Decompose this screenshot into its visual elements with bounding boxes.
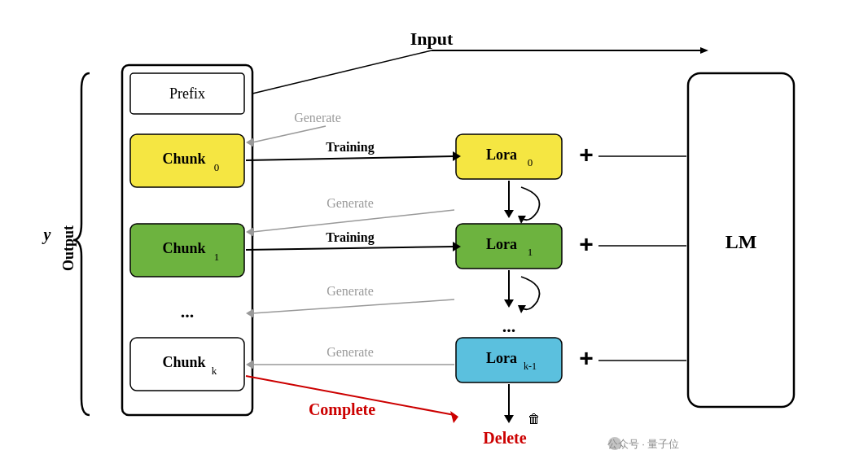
chunk1-sub: 1	[214, 251, 220, 263]
svg-marker-18	[504, 415, 514, 423]
chunk1-label: Chunk	[162, 240, 205, 256]
svg-marker-1	[700, 47, 708, 54]
input-label: Input	[410, 28, 454, 49]
plus0: +	[579, 141, 594, 168]
output-y-label: Output	[60, 225, 77, 271]
svg-line-21	[252, 126, 326, 142]
loras-dots: ...	[502, 316, 516, 336]
generatek-label: Generate	[327, 345, 374, 359]
trash-icon: 🗑	[528, 412, 541, 426]
svg-line-29	[252, 299, 454, 313]
output-y-italic: y	[42, 225, 51, 244]
complete-label: Complete	[309, 400, 375, 419]
lora1-sub: 1	[528, 246, 533, 258]
lora1-label: Lora	[486, 236, 517, 252]
svg-point-38	[608, 437, 621, 450]
chunk0-label: Chunk	[162, 151, 205, 167]
training1-label: Training	[326, 230, 374, 245]
chunks-dots: ...	[181, 301, 195, 321]
prefix-label: Prefix	[169, 85, 205, 102]
plus1: +	[579, 230, 594, 257]
lm-label: LM	[726, 231, 757, 252]
lora0-sub: 0	[528, 156, 533, 168]
generate0-label: Generate	[294, 111, 341, 125]
svg-line-27	[246, 247, 454, 250]
training0-label: Training	[326, 140, 374, 155]
chunkk-label: Chunk	[162, 354, 205, 370]
lorak-sub: k-1	[524, 361, 537, 372]
chunkk-sub: k	[212, 365, 217, 377]
svg-marker-10	[504, 210, 514, 218]
lora0-label: Lora	[486, 146, 517, 163]
svg-marker-14	[504, 299, 514, 308]
chunk0-sub: 0	[214, 161, 220, 173]
lorak-label: Lora	[486, 350, 517, 366]
svg-marker-34	[450, 411, 458, 423]
generate1-label: Generate	[327, 196, 374, 210]
plusk: +	[579, 344, 594, 371]
generate-dots-label: Generate	[327, 284, 374, 298]
diagram-container: Input Prefix Chunk 0 Chunk 1 ... Chunk k…	[0, 0, 868, 472]
svg-line-23	[246, 156, 454, 160]
svg-line-19	[252, 50, 432, 94]
svg-line-25	[252, 210, 454, 232]
delete-label: Delete	[483, 429, 526, 447]
